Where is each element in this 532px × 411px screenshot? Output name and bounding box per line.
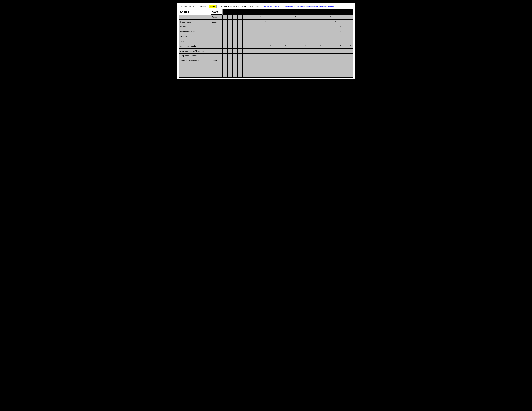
grid-cell[interactable]: /: [303, 44, 308, 48]
grid-cell[interactable]: [248, 15, 253, 19]
grid-cell[interactable]: [303, 49, 308, 53]
grid-cell[interactable]: /: [268, 44, 273, 48]
grid-cell[interactable]: [263, 29, 268, 34]
grid-cell[interactable]: [248, 20, 253, 24]
grid-cell[interactable]: [243, 49, 248, 53]
grid-cell[interactable]: [228, 68, 233, 73]
grid-cell[interactable]: [313, 29, 318, 34]
grid-cell[interactable]: /: [333, 20, 338, 24]
grid-cell[interactable]: [233, 54, 238, 58]
grid-cell[interactable]: [228, 54, 233, 58]
grid-cell[interactable]: [293, 25, 298, 29]
grid-cell[interactable]: /: [308, 39, 313, 44]
grid-cell[interactable]: [268, 15, 273, 19]
grid-cell[interactable]: [348, 39, 353, 44]
grid-cell[interactable]: /: [328, 15, 333, 19]
grid-cell[interactable]: [343, 29, 348, 34]
grid-cell[interactable]: [348, 25, 353, 29]
grid-cell[interactable]: [338, 73, 343, 77]
grid-cell[interactable]: /: [338, 34, 343, 39]
grid-cell[interactable]: [343, 25, 348, 29]
grid-cell[interactable]: [303, 54, 308, 58]
grid-cell[interactable]: [243, 54, 248, 58]
grid-cell[interactable]: [228, 58, 233, 63]
grid-cell[interactable]: [298, 73, 303, 77]
grid-cell[interactable]: [323, 20, 328, 24]
grid-cell[interactable]: [243, 73, 248, 77]
grid-cell[interactable]: [298, 58, 303, 63]
grid-cell[interactable]: [253, 63, 258, 68]
grid-cell[interactable]: [293, 29, 298, 34]
grid-cell[interactable]: [318, 54, 323, 58]
grid-cell[interactable]: [253, 73, 258, 77]
grid-cell[interactable]: [253, 20, 258, 24]
grid-cell[interactable]: [318, 68, 323, 73]
grid-cell[interactable]: [313, 34, 318, 39]
grid-cell[interactable]: [293, 54, 298, 58]
grid-cell[interactable]: /: [263, 20, 268, 24]
grid-cell[interactable]: [308, 49, 313, 53]
grid-cell[interactable]: [283, 63, 288, 68]
grid-cell[interactable]: [318, 29, 323, 34]
grid-cell[interactable]: [253, 15, 258, 19]
grid-cell[interactable]: [243, 20, 248, 24]
grid-cell[interactable]: [273, 34, 278, 39]
grid-cell[interactable]: [298, 15, 303, 19]
grid-cell[interactable]: [298, 63, 303, 68]
grid-cell[interactable]: [303, 15, 308, 19]
grid-cell[interactable]: [283, 58, 288, 63]
grid-cell[interactable]: [243, 25, 248, 29]
grid-cell[interactable]: [313, 63, 318, 68]
grid-cell[interactable]: [263, 49, 268, 53]
grid-cell[interactable]: [263, 68, 268, 73]
grid-cell[interactable]: [288, 25, 293, 29]
grid-cell[interactable]: [228, 49, 233, 53]
grid-cell[interactable]: [263, 34, 268, 39]
grid-cell[interactable]: [273, 63, 278, 68]
grid-cell[interactable]: [313, 15, 318, 19]
grid-cell[interactable]: [333, 44, 338, 48]
grid-cell[interactable]: [343, 20, 348, 24]
grid-cell[interactable]: [253, 29, 258, 34]
grid-cell[interactable]: [333, 58, 338, 63]
grid-cell[interactable]: [278, 29, 283, 34]
grid-cell[interactable]: [288, 20, 293, 24]
grid-cell[interactable]: /: [233, 34, 238, 39]
grid-cell[interactable]: [228, 15, 233, 19]
grid-cell[interactable]: [283, 39, 288, 44]
grid-cell[interactable]: [308, 29, 313, 34]
grid-cell[interactable]: [278, 20, 283, 24]
grid-cell[interactable]: [253, 39, 258, 44]
grid-cell[interactable]: [223, 49, 228, 53]
grid-cell[interactable]: [303, 73, 308, 77]
grid-cell[interactable]: [328, 54, 333, 58]
grid-cell[interactable]: [288, 39, 293, 44]
grid-cell[interactable]: [248, 44, 253, 48]
grid-cell[interactable]: [223, 29, 228, 34]
grid-cell[interactable]: [243, 15, 248, 19]
grid-cell[interactable]: [243, 29, 248, 34]
grid-cell[interactable]: [318, 25, 323, 29]
grid-cell[interactable]: [328, 73, 333, 77]
grid-cell[interactable]: [288, 73, 293, 77]
grid-cell[interactable]: [288, 49, 293, 53]
grid-cell[interactable]: [233, 20, 238, 24]
grid-cell[interactable]: [343, 63, 348, 68]
grid-cell[interactable]: [248, 73, 253, 77]
grid-cell[interactable]: [248, 29, 253, 34]
grid-cell[interactable]: /: [268, 34, 273, 39]
grid-cell[interactable]: [223, 63, 228, 68]
grid-cell[interactable]: /: [338, 25, 343, 29]
grid-cell[interactable]: [333, 29, 338, 34]
grid-cell[interactable]: [298, 68, 303, 73]
grid-cell[interactable]: [313, 49, 318, 53]
grid-cell[interactable]: /: [223, 58, 228, 63]
grid-cell[interactable]: [278, 54, 283, 58]
grid-cell[interactable]: [323, 25, 328, 29]
grid-cell[interactable]: [243, 68, 248, 73]
grid-cell[interactable]: [238, 68, 243, 73]
grid-cell[interactable]: /: [233, 44, 238, 48]
grid-cell[interactable]: [268, 49, 273, 53]
grid-cell[interactable]: [258, 54, 263, 58]
grid-cell[interactable]: [258, 20, 263, 24]
